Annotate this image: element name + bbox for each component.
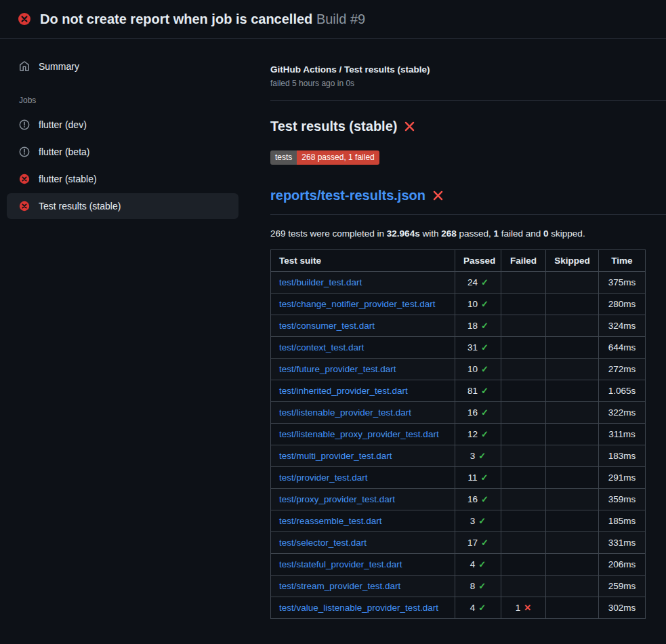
home-icon [19, 61, 30, 72]
count: 16 [467, 407, 478, 418]
test-suite-link[interactable]: test/listenable_provider_test.dart [279, 407, 411, 418]
sidebar-job-flutter-dev[interactable]: flutter (dev) [7, 112, 238, 138]
failed-status-icon [18, 12, 31, 26]
passed-cell: 24✓ [455, 272, 501, 294]
failed-cell [501, 380, 546, 402]
summary-line: 269 tests were completed in 32.964s with… [270, 228, 666, 239]
sidebar-job-flutter-stable[interactable]: flutter (stable) [7, 166, 238, 192]
skipped-cell [546, 489, 599, 510]
failed-cell [501, 359, 546, 380]
check-icon: ✓ [481, 494, 488, 504]
column-header: Test suite [271, 250, 455, 272]
run-title: Do not create report when job is cancell… [40, 12, 312, 26]
suite-cell: test/future_provider_test.dart [271, 359, 455, 380]
passed-cell: 3✓ [455, 445, 501, 467]
column-header: Time [599, 250, 646, 272]
suite-cell: test/value_listenable_provider_test.dart [271, 597, 455, 619]
test-suite-link[interactable]: test/value_listenable_provider_test.dart [279, 603, 438, 613]
test-suite-link[interactable]: test/stream_provider_test.dart [279, 581, 400, 591]
summary-segment: 32.964s [387, 228, 420, 239]
passed-cell: 3✓ [455, 510, 501, 532]
check-icon: ✓ [478, 559, 486, 569]
count: 4 [470, 559, 476, 569]
test-suite-row: test/inherited_provider_test.dart81✓1.06… [271, 380, 646, 402]
sidebar-job-flutter-beta[interactable]: flutter (beta) [7, 139, 238, 165]
sidebar-job-label: flutter (beta) [39, 146, 89, 157]
skipped-cell [546, 467, 599, 489]
test-suite-link[interactable]: test/consumer_test.dart [279, 321, 375, 331]
badge-value: 268 passed, 1 failed [297, 150, 379, 165]
test-suite-row: test/multi_provider_test.dart3✓183ms [271, 445, 646, 467]
failed-cell [501, 315, 546, 337]
test-suite-link[interactable]: test/future_provider_test.dart [279, 364, 396, 374]
test-suite-link[interactable]: test/selector_test.dart [279, 538, 367, 548]
count: 3 [470, 516, 476, 526]
time-cell: 280ms [599, 294, 646, 315]
count: 10 [467, 299, 478, 309]
summary-segment: passed, [457, 228, 494, 239]
passed-cell: 81✓ [455, 380, 501, 402]
failed-x-icon [432, 190, 444, 201]
failed-cell [501, 554, 546, 576]
test-suite-link[interactable]: test/change_notifier_provider_test.dart [279, 299, 435, 309]
test-suite-link[interactable]: test/listenable_proxy_provider_test.dart [279, 429, 439, 439]
summary-segment: failed and [499, 228, 543, 239]
skipped-cell [546, 272, 599, 294]
time-cell: 272ms [599, 359, 646, 380]
sidebar-item-summary[interactable]: Summary [7, 54, 238, 79]
check-icon: ✓ [478, 451, 486, 461]
passed-cell: 31✓ [455, 337, 501, 359]
test-suite-link[interactable]: test/reassemble_test.dart [279, 516, 382, 526]
summary-segment: 268 [441, 228, 457, 239]
sidebar: Summary Jobs flutter (dev)flutter (beta)… [0, 39, 270, 619]
summary-segment: 1 [494, 228, 499, 239]
time-cell: 259ms [599, 576, 646, 597]
failed-status-icon [19, 201, 30, 212]
neutral-status-icon [19, 119, 30, 130]
check-icon: ✓ [481, 472, 488, 483]
test-suite-link[interactable]: test/builder_test.dart [279, 277, 362, 287]
skipped-cell [546, 554, 599, 576]
passed-cell: 8✓ [455, 576, 501, 597]
passed-cell: 16✓ [455, 402, 501, 424]
failed-cell [501, 402, 546, 424]
test-suite-link[interactable]: test/multi_provider_test.dart [279, 451, 392, 461]
failed-cell [501, 337, 546, 359]
report-heading-rule: reports/test-results.json [270, 188, 666, 215]
test-suite-link[interactable]: test/proxy_provider_test.dart [279, 494, 395, 504]
suite-cell: test/proxy_provider_test.dart [271, 489, 455, 510]
main-layout: Summary Jobs flutter (dev)flutter (beta)… [0, 39, 666, 619]
summary-segment: 269 tests were completed in [270, 228, 387, 239]
suite-cell: test/listenable_proxy_provider_test.dart [271, 424, 455, 445]
failed-cell [501, 576, 546, 597]
neutral-status-icon [19, 146, 30, 157]
failed-cell [501, 489, 546, 510]
sidebar-job-test-results-stable[interactable]: Test results (stable) [7, 193, 238, 219]
summary-segment: with [420, 228, 442, 239]
test-suite-link[interactable]: test/inherited_provider_test.dart [279, 386, 408, 396]
suite-cell: test/context_test.dart [271, 337, 455, 359]
sidebar-summary-label: Summary [39, 61, 79, 72]
breadcrumb: GitHub Actions / Test results (stable) [270, 64, 666, 75]
time-cell: 185ms [599, 510, 646, 532]
time-cell: 206ms [599, 554, 646, 576]
column-header: Skipped [546, 250, 599, 272]
test-suite-link[interactable]: test/provider_test.dart [279, 472, 368, 483]
badge-label: tests [270, 150, 297, 165]
divider [270, 100, 666, 101]
suite-cell: test/provider_test.dart [271, 467, 455, 489]
failed-cell [501, 467, 546, 489]
check-icon: ✓ [481, 277, 488, 287]
main-content: GitHub Actions / Test results (stable) f… [270, 39, 666, 619]
test-suite-link[interactable]: test/stateful_provider_test.dart [279, 559, 402, 569]
test-suite-link[interactable]: test/context_test.dart [279, 342, 364, 353]
check-icon: ✓ [481, 342, 488, 353]
suite-cell: test/stateful_provider_test.dart [271, 554, 455, 576]
check-icon: ✓ [481, 299, 488, 309]
skipped-cell [546, 380, 599, 402]
check-icon: ✓ [481, 407, 488, 418]
suite-cell: test/change_notifier_provider_test.dart [271, 294, 455, 315]
report-file-link[interactable]: reports/test-results.json [270, 188, 425, 203]
passed-cell: 4✓ [455, 597, 501, 619]
skipped-cell [546, 532, 599, 554]
